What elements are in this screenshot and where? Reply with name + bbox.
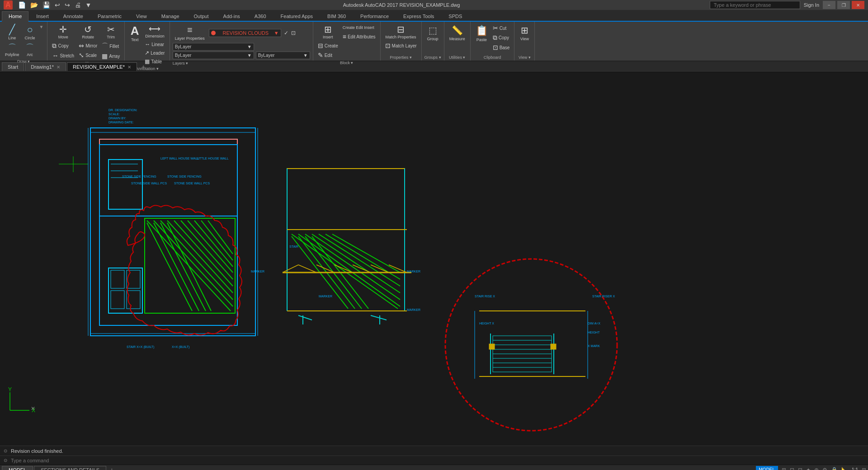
- qat-open[interactable]: 📂: [28, 0, 40, 9]
- create-button[interactable]: ⊟ Create: [316, 41, 340, 50]
- workspace-icon[interactable]: ⊞: [862, 467, 866, 470]
- tab-bim360[interactable]: BIM 360: [321, 11, 353, 21]
- svg-text:STAIR RISER X: STAIR RISER X: [592, 295, 615, 298]
- tab-addins[interactable]: Add-ins: [217, 11, 247, 21]
- tab-parametric[interactable]: Parametric: [91, 11, 128, 21]
- qat-save[interactable]: 💾: [41, 0, 52, 9]
- base-button[interactable]: ⊡ Base: [491, 43, 512, 52]
- paste-button[interactable]: 📋 Paste: [473, 24, 490, 43]
- leader-button[interactable]: ↗ Leader: [143, 49, 167, 57]
- arc-button[interactable]: ⌒ Arc: [23, 42, 38, 58]
- minimize-button[interactable]: −: [823, 1, 835, 9]
- tab-insert[interactable]: Insert: [29, 11, 56, 21]
- layer-properties-button[interactable]: ≡ Layer Properties: [173, 24, 207, 42]
- circle-button[interactable]: ○ Circle: [23, 24, 38, 42]
- qat-new[interactable]: 📄: [16, 0, 28, 9]
- bylayer-lineweight-dropdown[interactable]: ByLayer ▼: [256, 52, 310, 59]
- make-current-button[interactable]: ✓: [283, 29, 289, 37]
- tab-performance[interactable]: Performance: [354, 11, 396, 21]
- line-button[interactable]: ╱ Line: [3, 24, 22, 42]
- annotation-scale-icon[interactable]: 📐: [841, 467, 848, 470]
- ortho-icon[interactable]: ⊟: [798, 467, 802, 470]
- lock-icon[interactable]: 🔒: [831, 467, 838, 470]
- osnap-icon[interactable]: ⊕: [814, 467, 819, 470]
- quick-access-toolbar: 📄 📂 💾 ↩ ↪ 🖨 ▼: [16, 0, 94, 9]
- scale-label: Scale: [85, 53, 97, 58]
- snap-icon[interactable]: ⊡: [790, 467, 794, 470]
- tab-revision-example[interactable]: REVISION_EXAMPLE* ✕: [67, 62, 137, 71]
- qat-print[interactable]: 🖨: [73, 0, 83, 9]
- drawing-area[interactable]: DR. DESIGNATION: SCALE: DRAWN BY: DRAWIN…: [0, 72, 868, 446]
- model-tab-model[interactable]: MODEL: [2, 466, 33, 470]
- tab-output[interactable]: Output: [187, 11, 216, 21]
- model-tab-add[interactable]: +: [107, 466, 116, 470]
- qat-undo[interactable]: ↩: [53, 0, 62, 9]
- revision-close[interactable]: ✕: [127, 65, 131, 70]
- mirror-button[interactable]: ⇔ Mirror: [77, 41, 99, 50]
- tab-drawing1[interactable]: Drawing1* ✕: [25, 62, 66, 71]
- svg-text:STONE SIDE FENCING: STONE SIDE FENCING: [122, 175, 156, 178]
- polyline-button[interactable]: ⌒ Polyline: [3, 42, 22, 58]
- tab-add-button[interactable]: +: [138, 62, 149, 71]
- copy-clip-label: Copy: [499, 35, 509, 40]
- array-icon: ▦: [102, 52, 108, 60]
- bylayer-linetype-dropdown[interactable]: ByLayer ▼: [173, 52, 254, 59]
- model-tab-sections[interactable]: SECTIONS AND DETAILS: [34, 466, 106, 470]
- layer-dropdown[interactable]: REVISION CLOUDS ▼: [209, 29, 281, 37]
- linear-button[interactable]: ↔ Linear: [143, 40, 167, 48]
- create-edit-insert-button[interactable]: Create Edit Insert: [341, 24, 377, 32]
- tab-manage[interactable]: Manage: [155, 11, 186, 21]
- edit-block-button[interactable]: ✎ Edit: [316, 51, 340, 60]
- tab-a360[interactable]: A360: [248, 11, 273, 21]
- measure-button[interactable]: 📏 Measure: [447, 24, 467, 42]
- match-layer-button[interactable]: ⊡: [290, 29, 297, 37]
- block-col-1: ⊞ Insert ⊟ Create ✎ Edit: [316, 24, 340, 60]
- tab-express[interactable]: Express Tools: [396, 11, 441, 21]
- stretch-button[interactable]: ↔ Stretch: [50, 51, 76, 60]
- layer-properties-label: Layer Properties: [175, 36, 205, 41]
- fillet-button[interactable]: ⌒ Fillet: [100, 41, 122, 51]
- copy-clip-icon: ⧉: [493, 34, 497, 42]
- trim-button[interactable]: ✂ Trim: [100, 24, 122, 41]
- array-button[interactable]: ▦ Array: [100, 52, 122, 61]
- tab-start[interactable]: Start: [2, 62, 24, 71]
- stretch-icon: ↔: [52, 52, 58, 59]
- tab-spds[interactable]: SPDS: [442, 11, 469, 21]
- view-button[interactable]: ⊞ View: [517, 24, 532, 42]
- command-input[interactable]: [11, 458, 146, 463]
- draw-expand[interactable]: ▼: [38, 24, 45, 30]
- search-input[interactable]: [710, 1, 800, 9]
- match-layer-props-button[interactable]: ⊡ Match Layer: [383, 41, 419, 50]
- restore-button[interactable]: ❐: [837, 1, 850, 9]
- cut-button[interactable]: ✂ Cut: [491, 24, 512, 33]
- polyline-label: Polyline: [5, 52, 19, 57]
- rotate-button[interactable]: ↺ Rotate: [77, 24, 99, 41]
- edit-attributes-button[interactable]: ≡ Edit Attributes: [341, 32, 377, 41]
- move-button[interactable]: ✛ Move: [50, 24, 76, 41]
- qat-dropdown[interactable]: ▼: [84, 0, 94, 9]
- tab-view[interactable]: View: [129, 11, 154, 21]
- copy-button[interactable]: ⧉ Copy: [50, 41, 76, 51]
- line-label: Line: [8, 36, 16, 40]
- sign-in-button[interactable]: Sign In: [804, 2, 819, 8]
- text-button[interactable]: A Text: [127, 24, 142, 43]
- tab-home[interactable]: Home: [2, 11, 28, 22]
- grid-icon[interactable]: ⊞: [782, 467, 786, 470]
- qat-redo[interactable]: ↪: [63, 0, 72, 9]
- settings-icon[interactable]: ⚙: [822, 467, 827, 470]
- dimension-button[interactable]: ⟷ Dimension: [143, 24, 167, 40]
- tab-annotate[interactable]: Annotate: [57, 11, 90, 21]
- drawing1-close[interactable]: ✕: [57, 65, 60, 70]
- cut-icon: ✂: [493, 24, 498, 32]
- close-button[interactable]: ✕: [852, 1, 864, 9]
- tab-featured[interactable]: Featured Apps: [274, 11, 320, 21]
- properties-group: ⊟ Match Properties ⊡ Match Layer Propert…: [381, 22, 422, 61]
- scale-button[interactable]: ⤡ Scale: [77, 51, 99, 60]
- bylayer-color-dropdown[interactable]: ByLayer ▼: [173, 43, 254, 51]
- group-button[interactable]: ⬚ Group: [425, 24, 441, 42]
- polar-icon[interactable]: ✦: [806, 467, 811, 470]
- model-indicator[interactable]: MODEL: [756, 466, 778, 470]
- copy-clip-button[interactable]: ⧉ Copy: [491, 33, 512, 42]
- match-properties-button[interactable]: ⊟ Match Properties: [383, 24, 419, 41]
- insert-button[interactable]: ⊞ Insert: [316, 24, 340, 41]
